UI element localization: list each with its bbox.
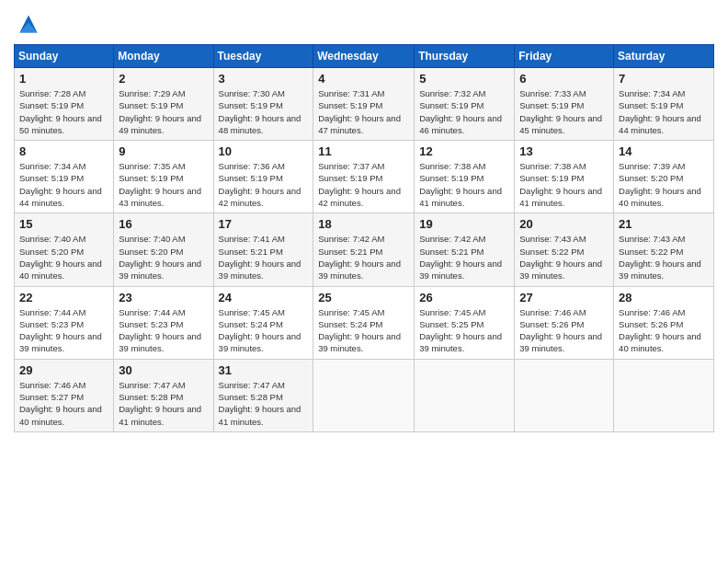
calendar-cell: 15Sunrise: 7:40 AM Sunset: 5:20 PM Dayli… (15, 213, 114, 286)
day-info: Sunrise: 7:42 AM Sunset: 5:21 PM Dayligh… (419, 233, 509, 282)
calendar-cell: 21Sunrise: 7:43 AM Sunset: 5:22 PM Dayli… (614, 213, 714, 286)
day-info: Sunrise: 7:46 AM Sunset: 5:27 PM Dayligh… (19, 379, 108, 428)
weekday-header-saturday: Saturday (614, 45, 714, 68)
day-info: Sunrise: 7:45 AM Sunset: 5:24 PM Dayligh… (219, 306, 309, 355)
day-number: 11 (318, 144, 409, 158)
day-info: Sunrise: 7:41 AM Sunset: 5:21 PM Dayligh… (219, 233, 309, 282)
day-number: 5 (419, 72, 509, 86)
day-info: Sunrise: 7:34 AM Sunset: 5:19 PM Dayligh… (619, 87, 709, 136)
day-number: 1 (19, 72, 108, 86)
day-info: Sunrise: 7:32 AM Sunset: 5:19 PM Dayligh… (419, 87, 509, 136)
weekday-header-thursday: Thursday (415, 45, 515, 68)
calendar-cell: 24Sunrise: 7:45 AM Sunset: 5:24 PM Dayli… (213, 286, 313, 359)
day-number: 21 (619, 217, 709, 231)
calendar-cell (415, 359, 515, 431)
calendar-week-row: 22Sunrise: 7:44 AM Sunset: 5:23 PM Dayli… (15, 286, 714, 359)
day-number: 20 (519, 217, 609, 231)
page: SundayMondayTuesdayWednesdayThursdayFrid… (0, 0, 728, 563)
weekday-header-row: SundayMondayTuesdayWednesdayThursdayFrid… (15, 45, 714, 68)
day-number: 29 (19, 363, 108, 377)
day-number: 14 (619, 144, 709, 158)
day-info: Sunrise: 7:29 AM Sunset: 5:19 PM Dayligh… (119, 87, 208, 136)
day-number: 4 (318, 72, 409, 86)
day-info: Sunrise: 7:47 AM Sunset: 5:28 PM Dayligh… (119, 379, 208, 428)
day-number: 26 (419, 291, 509, 304)
day-info: Sunrise: 7:40 AM Sunset: 5:20 PM Dayligh… (19, 233, 108, 282)
day-number: 15 (19, 217, 108, 231)
day-number: 19 (419, 217, 509, 231)
day-info: Sunrise: 7:42 AM Sunset: 5:21 PM Dayligh… (318, 233, 409, 282)
day-number: 22 (19, 291, 108, 304)
calendar-cell: 2Sunrise: 7:29 AM Sunset: 5:19 PM Daylig… (114, 68, 213, 141)
day-info: Sunrise: 7:43 AM Sunset: 5:22 PM Dayligh… (619, 233, 709, 282)
calendar-cell: 10Sunrise: 7:36 AM Sunset: 5:19 PM Dayli… (213, 141, 313, 213)
calendar-cell: 3Sunrise: 7:30 AM Sunset: 5:19 PM Daylig… (213, 68, 313, 141)
day-info: Sunrise: 7:35 AM Sunset: 5:19 PM Dayligh… (119, 160, 208, 209)
weekday-header-wednesday: Wednesday (313, 45, 415, 68)
calendar-week-row: 1Sunrise: 7:28 AM Sunset: 5:19 PM Daylig… (15, 68, 714, 141)
calendar-cell: 31Sunrise: 7:47 AM Sunset: 5:28 PM Dayli… (213, 359, 313, 431)
calendar-cell: 6Sunrise: 7:33 AM Sunset: 5:19 PM Daylig… (515, 68, 614, 141)
calendar-cell: 9Sunrise: 7:35 AM Sunset: 5:19 PM Daylig… (114, 141, 213, 213)
header (14, 9, 714, 39)
calendar-cell: 29Sunrise: 7:46 AM Sunset: 5:27 PM Dayli… (15, 359, 114, 431)
day-info: Sunrise: 7:43 AM Sunset: 5:22 PM Dayligh… (519, 233, 609, 282)
day-number: 3 (219, 72, 309, 86)
day-number: 7 (619, 72, 709, 86)
day-info: Sunrise: 7:38 AM Sunset: 5:19 PM Dayligh… (519, 160, 609, 209)
day-number: 10 (219, 144, 309, 158)
calendar-cell: 1Sunrise: 7:28 AM Sunset: 5:19 PM Daylig… (15, 68, 114, 141)
calendar-week-row: 29Sunrise: 7:46 AM Sunset: 5:27 PM Dayli… (15, 359, 714, 431)
calendar-cell: 30Sunrise: 7:47 AM Sunset: 5:28 PM Dayli… (114, 359, 213, 431)
calendar-cell: 5Sunrise: 7:32 AM Sunset: 5:19 PM Daylig… (415, 68, 515, 141)
calendar-cell: 14Sunrise: 7:39 AM Sunset: 5:20 PM Dayli… (614, 141, 714, 213)
calendar-cell: 28Sunrise: 7:46 AM Sunset: 5:26 PM Dayli… (614, 286, 714, 359)
day-number: 25 (318, 291, 409, 304)
calendar-cell: 16Sunrise: 7:40 AM Sunset: 5:20 PM Dayli… (114, 213, 213, 286)
day-number: 27 (519, 291, 609, 304)
calendar-cell: 7Sunrise: 7:34 AM Sunset: 5:19 PM Daylig… (614, 68, 714, 141)
calendar-cell: 19Sunrise: 7:42 AM Sunset: 5:21 PM Dayli… (415, 213, 515, 286)
calendar-week-row: 8Sunrise: 7:34 AM Sunset: 5:19 PM Daylig… (15, 141, 714, 213)
logo (14, 9, 47, 39)
calendar-cell (614, 359, 714, 431)
weekday-header-tuesday: Tuesday (213, 45, 313, 68)
calendar-cell (515, 359, 614, 431)
day-info: Sunrise: 7:39 AM Sunset: 5:20 PM Dayligh… (619, 160, 709, 209)
calendar-cell: 13Sunrise: 7:38 AM Sunset: 5:19 PM Dayli… (515, 141, 614, 213)
day-number: 23 (119, 291, 208, 304)
day-number: 31 (219, 363, 309, 377)
day-info: Sunrise: 7:44 AM Sunset: 5:23 PM Dayligh… (119, 306, 208, 355)
day-number: 6 (519, 72, 609, 86)
day-number: 9 (119, 144, 208, 158)
day-info: Sunrise: 7:38 AM Sunset: 5:19 PM Dayligh… (419, 160, 509, 209)
day-info: Sunrise: 7:33 AM Sunset: 5:19 PM Dayligh… (519, 87, 609, 136)
day-number: 18 (318, 217, 409, 231)
calendar-cell: 25Sunrise: 7:45 AM Sunset: 5:24 PM Dayli… (313, 286, 415, 359)
calendar-cell: 12Sunrise: 7:38 AM Sunset: 5:19 PM Dayli… (415, 141, 515, 213)
day-info: Sunrise: 7:28 AM Sunset: 5:19 PM Dayligh… (19, 87, 108, 136)
weekday-header-friday: Friday (515, 45, 614, 68)
day-number: 12 (419, 144, 509, 158)
day-number: 30 (119, 363, 208, 377)
day-info: Sunrise: 7:45 AM Sunset: 5:24 PM Dayligh… (318, 306, 409, 355)
day-info: Sunrise: 7:46 AM Sunset: 5:26 PM Dayligh… (519, 306, 609, 355)
day-number: 17 (219, 217, 309, 231)
day-info: Sunrise: 7:30 AM Sunset: 5:19 PM Dayligh… (219, 87, 309, 136)
calendar-cell: 20Sunrise: 7:43 AM Sunset: 5:22 PM Dayli… (515, 213, 614, 286)
day-number: 2 (119, 72, 208, 86)
day-number: 16 (119, 217, 208, 231)
day-info: Sunrise: 7:34 AM Sunset: 5:19 PM Dayligh… (19, 160, 108, 209)
calendar-cell: 11Sunrise: 7:37 AM Sunset: 5:19 PM Dayli… (313, 141, 415, 213)
day-info: Sunrise: 7:45 AM Sunset: 5:25 PM Dayligh… (419, 306, 509, 355)
logo-icon (14, 9, 43, 39)
day-info: Sunrise: 7:40 AM Sunset: 5:20 PM Dayligh… (119, 233, 208, 282)
weekday-header-monday: Monday (114, 45, 213, 68)
day-number: 28 (619, 291, 709, 304)
calendar-table: SundayMondayTuesdayWednesdayThursdayFrid… (14, 44, 714, 432)
calendar-cell: 8Sunrise: 7:34 AM Sunset: 5:19 PM Daylig… (15, 141, 114, 213)
calendar-cell: 17Sunrise: 7:41 AM Sunset: 5:21 PM Dayli… (213, 213, 313, 286)
day-info: Sunrise: 7:36 AM Sunset: 5:19 PM Dayligh… (219, 160, 309, 209)
calendar-cell: 22Sunrise: 7:44 AM Sunset: 5:23 PM Dayli… (15, 286, 114, 359)
weekday-header-sunday: Sunday (15, 45, 114, 68)
